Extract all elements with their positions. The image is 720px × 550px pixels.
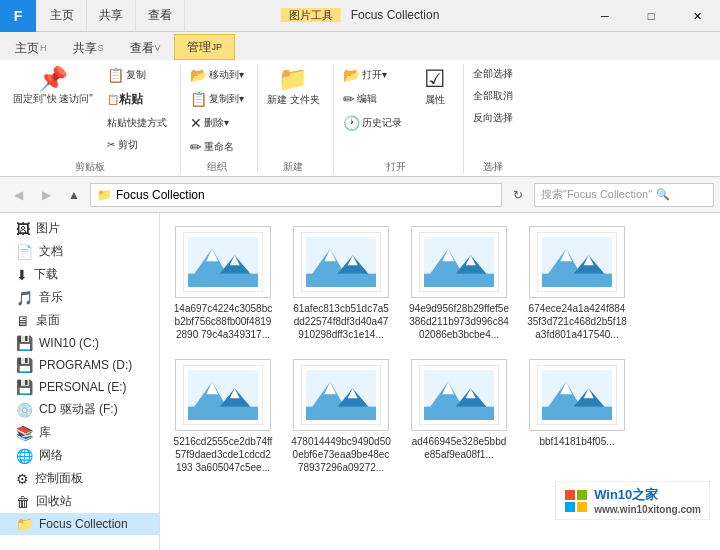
close-button[interactable]: ✕ [674, 0, 720, 32]
title-bar: F 主页 共享 查看 图片工具 Focus Collection ─ □ ✕ [0, 0, 720, 32]
tab-home[interactable]: 主页 [38, 0, 87, 31]
svg-rect-34 [188, 407, 258, 420]
file-menu-button[interactable]: F [0, 0, 36, 32]
sidebar-icon-control: ⚙ [16, 471, 29, 487]
tab-view-ribbon[interactable]: 查看 V [117, 36, 174, 60]
select-none-button[interactable]: 全部取消 [468, 86, 518, 106]
sidebar-item-cdf[interactable]: 💿CD 驱动器 (F:) [0, 398, 159, 421]
file-item-file1[interactable]: 14a697c4224c3058bcb2bf756c88fb00f4819289… [168, 221, 278, 346]
history-button[interactable]: 🕐 历史记录 [338, 112, 407, 134]
paste-button[interactable]: 📋 粘贴 [102, 88, 172, 111]
sidebar-item-desktop[interactable]: 🖥桌面 [0, 309, 159, 332]
file-thumbnail-file4 [529, 226, 625, 298]
delete-icon: ✕ [190, 115, 202, 131]
sidebar-item-recycle[interactable]: 🗑回收站 [0, 490, 159, 513]
new-buttons: 📁 新建 文件夹 [262, 64, 325, 158]
svg-rect-41 [306, 407, 376, 420]
address-input[interactable]: 📁 Focus Collection [90, 183, 502, 207]
sidebar-item-pictures[interactable]: 🖼图片 [0, 217, 159, 240]
file-name-file2: 61afec813cb51dc7a5dd22574f8df3d40a479102… [291, 302, 391, 341]
delete-button[interactable]: ✕ 删除▾ [185, 112, 249, 134]
up-button[interactable]: ▲ [62, 183, 86, 207]
file-thumbnail-file1 [175, 226, 271, 298]
sidebar-item-downloads[interactable]: ⬇下载 [0, 263, 159, 286]
copy-to-button[interactable]: 📋 复制到▾ [185, 88, 249, 110]
tab-home-ribbon[interactable]: 主页 H [2, 36, 60, 60]
tab-manage-ribbon[interactable]: 管理 JP [174, 34, 236, 60]
ribbon-group-new: 📁 新建 文件夹 新建 [258, 64, 334, 174]
copy-icon: 📋 [107, 67, 124, 83]
back-button[interactable]: ◀ [6, 183, 30, 207]
ribbon-tabs: 主页 H 共享 S 查看 V 管理 JP [0, 32, 720, 60]
paste-shortcut-button[interactable]: 粘贴快捷方式 [102, 113, 172, 133]
edit-icon: ✏ [343, 91, 355, 107]
clipboard-column: 📋 复制 📋 粘贴 粘贴快捷方式 ✂ 剪切 [102, 64, 172, 155]
edit-button[interactable]: ✏ 编辑 [338, 88, 407, 110]
sidebar-item-control[interactable]: ⚙控制面板 [0, 467, 159, 490]
title-bar-tabs: 主页 共享 查看 [38, 0, 185, 31]
sidebar-item-programsd[interactable]: 💾PROGRAMS (D:) [0, 354, 159, 376]
new-folder-button[interactable]: 📁 新建 文件夹 [262, 64, 325, 110]
svg-rect-58 [565, 502, 575, 512]
file-item-file2[interactable]: 61afec813cb51dc7a5dd22574f8df3d40a479102… [286, 221, 396, 346]
minimize-button[interactable]: ─ [582, 0, 628, 32]
watermark-url: www.win10xitong.com [594, 504, 701, 515]
address-bar: ◀ ▶ ▲ 📁 Focus Collection ↻ 搜索"Focus Coll… [0, 177, 720, 213]
sidebar: 🖼图片📄文档⬇下载🎵音乐🖥桌面💾WIN10 (C:)💾PROGRAMS (D:)… [0, 213, 160, 550]
tab-share[interactable]: 共享 [87, 0, 136, 31]
file-item-file7[interactable]: ad466945e328e5bbde85af9ea08f1... [404, 354, 514, 479]
file-item-file6[interactable]: 478014449bc9490d500ebf6e73eaa9be48ec7893… [286, 354, 396, 479]
file-item-file5[interactable]: 5216cd2555ce2db74ff57f9daed3cde1cdcd2193… [168, 354, 278, 479]
file-item-file3[interactable]: 94e9d956f28b29ffef5e386d211b973d996c8402… [404, 221, 514, 346]
open-buttons: 📂 打开▾ ✏ 编辑 🕐 历史记录 ☑ 属性 [338, 64, 455, 158]
sidebar-icon-network: 🌐 [16, 448, 33, 464]
tab-share-ribbon[interactable]: 共享 S [60, 36, 117, 60]
search-box[interactable]: 搜索"Focus Collection" 🔍 [534, 183, 714, 207]
sidebar-item-music[interactable]: 🎵音乐 [0, 286, 159, 309]
rename-button[interactable]: ✏ 重命名 [185, 136, 249, 158]
tab-view[interactable]: 查看 [136, 0, 185, 31]
move-to-button[interactable]: 📂 移动到▾ [185, 64, 249, 86]
file-item-file4[interactable]: 674ece24a1a424f88435f3d721c468d2b5f18a3f… [522, 221, 632, 346]
open-button[interactable]: 📂 打开▾ [338, 64, 407, 86]
file-name-file1: 14a697c4224c3058bcb2bf756c88fb00f4819289… [173, 302, 273, 341]
sidebar-icon-programsd: 💾 [16, 357, 33, 373]
svg-rect-48 [424, 407, 494, 420]
window-controls: ─ □ ✕ [582, 0, 720, 31]
file-thumbnail-file6 [293, 359, 389, 431]
file-item-file8[interactable]: bbf14181b4f05... [522, 354, 632, 479]
cut-button[interactable]: ✂ 剪切 [102, 135, 172, 155]
file-thumbnail-file3 [411, 226, 507, 298]
file-thumbnail-file5 [175, 359, 271, 431]
sidebar-item-documents[interactable]: 📄文档 [0, 240, 159, 263]
copy-button[interactable]: 📋 复制 [102, 64, 172, 86]
sidebar-icon-win10c: 💾 [16, 335, 33, 351]
sidebar-item-win10c[interactable]: 💾WIN10 (C:) [0, 332, 159, 354]
move-icon: 📂 [190, 67, 207, 83]
properties-button[interactable]: ☑ 属性 [415, 64, 455, 110]
forward-button[interactable]: ▶ [34, 183, 58, 207]
invert-select-button[interactable]: 反向选择 [468, 108, 518, 128]
sidebar-item-library[interactable]: 📚库 [0, 421, 159, 444]
svg-rect-57 [577, 490, 587, 500]
organize-column: 📂 移动到▾ 📋 复制到▾ ✕ 删除▾ ✏ 重命名 [185, 64, 249, 158]
maximize-button[interactable]: □ [628, 0, 674, 32]
watermark-text: Win10之家 [594, 486, 701, 504]
svg-rect-56 [565, 490, 575, 500]
file-name-file8: bbf14181b4f05... [539, 435, 614, 448]
sidebar-icon-recycle: 🗑 [16, 494, 30, 510]
pin-button[interactable]: 📌 固定到"快 速访问" [8, 64, 98, 108]
svg-rect-6 [188, 274, 258, 287]
clipboard-buttons: 📌 固定到"快 速访问" 📋 复制 📋 粘贴 粘贴快捷方式 ✂ 剪切 [8, 64, 172, 158]
ribbon-group-select: 全部选择 全部取消 反向选择 选择 [464, 64, 526, 174]
select-all-button[interactable]: 全部选择 [468, 64, 518, 84]
svg-rect-59 [577, 502, 587, 512]
refresh-button[interactable]: ↻ [506, 183, 530, 207]
folder-icon: 📁 [97, 188, 112, 202]
sidebar-item-focus[interactable]: 📁Focus Collection [0, 513, 159, 535]
ribbon-group-open: 📂 打开▾ ✏ 编辑 🕐 历史记录 ☑ 属性 打开 [334, 64, 464, 174]
sidebar-item-personale[interactable]: 💾PERSONAL (E:) [0, 376, 159, 398]
open-column: 📂 打开▾ ✏ 编辑 🕐 历史记录 [338, 64, 407, 134]
file-name-file7: ad466945e328e5bbde85af9ea08f1... [409, 435, 509, 461]
sidebar-item-network[interactable]: 🌐网络 [0, 444, 159, 467]
